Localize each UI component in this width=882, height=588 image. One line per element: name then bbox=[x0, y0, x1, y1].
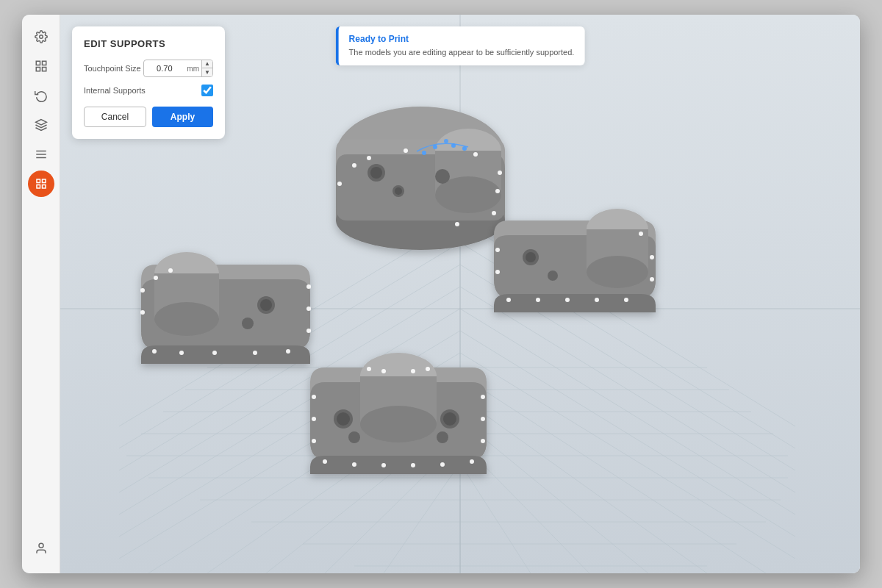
svg-point-110 bbox=[154, 276, 158, 280]
svg-point-98 bbox=[260, 299, 272, 311]
svg-point-100 bbox=[140, 288, 145, 293]
svg-point-93 bbox=[639, 232, 643, 236]
svg-point-126 bbox=[381, 463, 386, 467]
svg-point-68 bbox=[455, 222, 459, 226]
svg-rect-1 bbox=[36, 61, 40, 65]
svg-point-123 bbox=[312, 439, 316, 443]
svg-point-124 bbox=[323, 459, 327, 464]
svg-point-83 bbox=[548, 270, 558, 281]
svg-point-88 bbox=[565, 298, 570, 302]
sidebar-icon-supports[interactable] bbox=[28, 171, 54, 197]
svg-point-111 bbox=[168, 268, 173, 273]
svg-point-84 bbox=[495, 248, 500, 252]
notification-message: The models you are editing appear to be … bbox=[349, 47, 575, 58]
svg-point-116 bbox=[337, 412, 350, 426]
svg-point-136 bbox=[426, 367, 430, 371]
svg-point-131 bbox=[481, 417, 485, 421]
viewport[interactable]: EDIT SUPPORTS Touchpoint Size mm ▲ ▼ Int… bbox=[60, 15, 860, 573]
svg-rect-3 bbox=[36, 68, 40, 71]
svg-point-92 bbox=[650, 255, 654, 259]
svg-point-135 bbox=[367, 367, 371, 371]
internal-supports-label: Internal Supports bbox=[84, 86, 146, 95]
svg-point-96 bbox=[154, 302, 219, 336]
svg-point-63 bbox=[435, 169, 450, 184]
svg-point-121 bbox=[312, 395, 316, 399]
svg-point-99 bbox=[242, 318, 254, 329]
svg-point-101 bbox=[140, 310, 145, 315]
svg-rect-12 bbox=[42, 185, 46, 189]
svg-point-66 bbox=[367, 156, 371, 160]
svg-point-103 bbox=[179, 351, 184, 355]
sidebar-icon-settings[interactable] bbox=[28, 24, 54, 50]
svg-point-130 bbox=[481, 439, 485, 443]
svg-rect-9 bbox=[37, 179, 40, 183]
panel-title: EDIT SUPPORTS bbox=[84, 38, 213, 49]
svg-point-74 bbox=[433, 145, 437, 149]
sidebar-icon-undo[interactable] bbox=[28, 82, 54, 109]
svg-point-67 bbox=[404, 148, 408, 153]
touchpoint-size-input[interactable] bbox=[144, 62, 184, 75]
edit-supports-panel: EDIT SUPPORTS Touchpoint Size mm ▲ ▼ Int… bbox=[72, 26, 225, 139]
internal-supports-checkbox[interactable] bbox=[201, 85, 213, 96]
svg-point-125 bbox=[352, 462, 356, 467]
touchpoint-spinner: ▲ ▼ bbox=[201, 60, 212, 76]
app-window: EDIT SUPPORTS Touchpoint Size mm ▲ ▼ Int… bbox=[22, 15, 860, 573]
svg-rect-11 bbox=[37, 185, 40, 189]
svg-point-89 bbox=[595, 298, 599, 302]
main-content: EDIT SUPPORTS Touchpoint Size mm ▲ ▼ Int… bbox=[60, 15, 860, 573]
svg-point-119 bbox=[348, 431, 360, 443]
touchpoint-size-label: Touchpoint Size bbox=[84, 64, 141, 73]
touchpoint-decrement-button[interactable]: ▼ bbox=[202, 68, 212, 76]
svg-marker-5 bbox=[35, 120, 46, 126]
svg-point-122 bbox=[312, 417, 316, 421]
svg-point-69 bbox=[492, 211, 496, 215]
svg-point-80 bbox=[587, 256, 648, 288]
sidebar bbox=[22, 15, 60, 573]
svg-point-73 bbox=[422, 151, 426, 155]
svg-point-104 bbox=[212, 351, 217, 355]
svg-point-120 bbox=[437, 431, 448, 443]
svg-point-72 bbox=[473, 152, 478, 157]
sidebar-icon-user[interactable] bbox=[28, 538, 54, 564]
svg-point-90 bbox=[624, 298, 628, 302]
notification-panel: Ready to Print The models you are editin… bbox=[336, 26, 585, 65]
svg-point-13 bbox=[39, 543, 43, 548]
touchpoint-unit: mm bbox=[184, 65, 201, 73]
svg-point-132 bbox=[481, 395, 485, 399]
sidebar-icon-build[interactable] bbox=[28, 112, 54, 138]
svg-point-109 bbox=[306, 284, 311, 289]
svg-point-87 bbox=[536, 298, 540, 302]
panel-buttons: Cancel Apply bbox=[84, 107, 213, 127]
svg-point-70 bbox=[495, 189, 500, 193]
svg-point-118 bbox=[443, 412, 456, 426]
sidebar-icon-grid[interactable] bbox=[28, 53, 54, 79]
svg-point-133 bbox=[381, 369, 386, 373]
svg-rect-10 bbox=[42, 179, 46, 183]
svg-point-127 bbox=[411, 463, 415, 467]
svg-point-85 bbox=[495, 270, 500, 274]
svg-point-60 bbox=[370, 167, 382, 179]
svg-rect-4 bbox=[42, 68, 46, 71]
internal-supports-row: Internal Supports bbox=[84, 85, 213, 96]
svg-point-106 bbox=[286, 349, 290, 354]
svg-point-102 bbox=[152, 349, 157, 354]
svg-point-82 bbox=[526, 252, 536, 262]
svg-point-62 bbox=[395, 187, 402, 195]
svg-point-105 bbox=[253, 351, 257, 355]
svg-point-86 bbox=[506, 298, 511, 302]
svg-point-129 bbox=[470, 459, 474, 464]
svg-point-91 bbox=[650, 277, 654, 282]
svg-point-65 bbox=[352, 163, 356, 168]
apply-button[interactable]: Apply bbox=[152, 107, 213, 127]
svg-point-134 bbox=[411, 369, 415, 373]
svg-point-108 bbox=[306, 306, 311, 311]
touchpoint-increment-button[interactable]: ▲ bbox=[202, 60, 212, 68]
svg-point-64 bbox=[337, 182, 342, 186]
cancel-button[interactable]: Cancel bbox=[84, 107, 146, 127]
notification-title: Ready to Print bbox=[349, 34, 575, 44]
svg-point-0 bbox=[39, 35, 43, 39]
svg-rect-2 bbox=[42, 61, 46, 65]
sidebar-icon-layers[interactable] bbox=[28, 141, 54, 168]
svg-point-77 bbox=[444, 139, 448, 143]
svg-point-114 bbox=[360, 406, 437, 442]
